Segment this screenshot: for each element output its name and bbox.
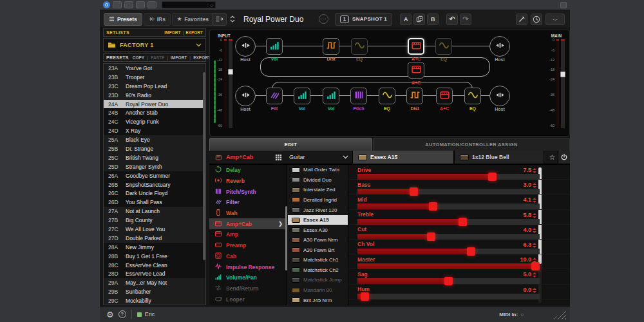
model-item-a30-fawn-nrm[interactable]: A30 Fawn Nrm xyxy=(288,235,348,245)
model-item-essex-a30[interactable]: Essex A30 xyxy=(288,225,348,235)
tempo-button[interactable] xyxy=(531,14,542,25)
tab-edit[interactable]: EDIT xyxy=(209,138,372,151)
param-stepper[interactable] xyxy=(533,228,536,233)
presets-import-button[interactable]: IMPORT xyxy=(171,55,187,60)
setlists-import-button[interactable]: IMPORT xyxy=(164,30,180,35)
category-item-preamp[interactable]: Preamp xyxy=(209,240,286,251)
preset-row[interactable]: 25BDr. Strange xyxy=(104,144,205,153)
preset-row[interactable]: 25ABlack Eye xyxy=(104,135,205,144)
param-value[interactable]: 0.0 xyxy=(523,287,531,293)
model-item-mail-order-twin[interactable]: Mail Order Twin xyxy=(288,165,348,175)
chain-block-ac[interactable] xyxy=(408,38,424,55)
model-item-matchstick-ch1[interactable]: Matchstick Ch1 xyxy=(288,255,348,265)
category-item-cab[interactable]: Cab xyxy=(209,251,286,262)
preset-row[interactable]: 23D90's Radio xyxy=(104,91,205,100)
preset-row[interactable]: 24DX Ray xyxy=(104,126,205,135)
preset-up-down-control[interactable] xyxy=(230,15,235,23)
host-io-node[interactable] xyxy=(489,36,510,57)
param-slider-track[interactable] xyxy=(357,263,540,269)
tab-presets[interactable]: Presets xyxy=(104,13,142,26)
param-value[interactable]: 5.8 xyxy=(523,212,531,218)
host-menu-icon[interactable] xyxy=(560,2,567,8)
cab-model-tab[interactable]: 1x12 Blue Bell xyxy=(454,151,544,164)
param-slider-track[interactable] xyxy=(357,189,540,194)
tab-irs[interactable]: IRs xyxy=(144,13,171,26)
settings-gear-button[interactable]: ⚙ xyxy=(106,310,114,319)
presets-copy-button[interactable]: COPY xyxy=(133,55,144,60)
param-stepper[interactable] xyxy=(533,288,536,293)
param-value[interactable]: 10.0 xyxy=(520,256,531,263)
host-plugin-icon[interactable] xyxy=(103,1,110,8)
preset-row[interactable]: 28ANew Jimmy xyxy=(104,243,205,252)
setlist-selector[interactable]: FACTORY 1 xyxy=(103,38,206,52)
chain-block-pitch[interactable] xyxy=(350,88,367,104)
preset-row[interactable]: 23BTrooper xyxy=(104,73,205,82)
tuner-button[interactable] xyxy=(516,14,527,25)
chain-block-eq[interactable] xyxy=(435,38,452,55)
compare-a-button[interactable]: A xyxy=(400,14,412,25)
preset-row[interactable]: 24BAnother Stab xyxy=(104,108,205,117)
chain-block-eq[interactable] xyxy=(379,88,395,104)
compare-b-button[interactable]: B xyxy=(427,14,439,25)
model-grid-view-button[interactable] xyxy=(275,151,282,164)
redo-button[interactable]: ↷ xyxy=(460,14,471,25)
host-toolbar-button-1[interactable] xyxy=(113,1,122,8)
meter-fader-handle[interactable] xyxy=(228,69,233,75)
preset-menu-button[interactable]: ··· xyxy=(319,14,328,24)
preset-row[interactable]: 25CBritish Twang xyxy=(104,153,205,162)
param-value[interactable]: 4.0 xyxy=(523,227,531,233)
chain-block-filt[interactable] xyxy=(266,88,283,104)
model-item-jazz-rivet-120[interactable]: Jazz Rivet 120 xyxy=(288,205,348,215)
param-stepper[interactable] xyxy=(533,183,536,188)
chain-block-ac[interactable] xyxy=(436,88,453,104)
param-slider-track[interactable] xyxy=(357,294,540,299)
param-slider-track[interactable] xyxy=(357,204,540,209)
param-stepper[interactable] xyxy=(533,213,536,218)
param-value[interactable]: 7.5 xyxy=(523,167,531,173)
chain-block-vol[interactable] xyxy=(323,88,339,104)
chain-block-vol[interactable] xyxy=(266,38,283,55)
preset-row[interactable]: 27BBig County xyxy=(104,216,205,225)
host-program-field[interactable]: ∶◇ xyxy=(162,1,216,8)
category-item-volume-pan[interactable]: Volume/Pan xyxy=(209,272,286,283)
preset-row[interactable]: 26DYou Shall Pass xyxy=(104,198,205,207)
model-item-essex-a15[interactable]: Essex A15 xyxy=(288,215,348,225)
chain-block-eq[interactable] xyxy=(351,38,368,55)
chain-block-ac[interactable] xyxy=(408,62,424,79)
param-slider-track[interactable] xyxy=(357,219,540,225)
preset-list-scrollbar[interactable] xyxy=(203,72,205,260)
model-item-divided-duo[interactable]: Divided Duo xyxy=(288,175,348,185)
model-item-brit-j45-nrm[interactable]: Brit J45 Nrm xyxy=(288,295,348,305)
category-item-amp[interactable]: Amp xyxy=(209,229,286,240)
tap-tempo-display[interactable]: -.- xyxy=(545,14,565,25)
param-value[interactable]: 3.0 xyxy=(523,182,531,188)
model-item-interstate-zed[interactable]: Interstate Zed xyxy=(288,185,348,195)
param-stepper[interactable] xyxy=(533,168,536,173)
param-slider-track[interactable] xyxy=(357,278,540,284)
category-item-reverb[interactable]: Reverb xyxy=(209,176,286,187)
preset-row[interactable]: 28BBuy 1 Get 1 Free xyxy=(104,252,205,261)
preset-row[interactable]: 23AYou've Got xyxy=(104,64,205,73)
preset-row[interactable]: 24CVicegrip Funk xyxy=(104,117,205,126)
model-item-matchstick-ch2[interactable]: Matchstick Ch2 xyxy=(288,265,348,276)
recall-button[interactable] xyxy=(212,13,227,26)
chain-block-vol[interactable] xyxy=(294,88,310,104)
model-item-mandarin-80[interactable]: Mandarin 80 xyxy=(288,285,348,296)
help-button[interactable]: ? xyxy=(118,310,126,318)
chain-block-dist[interactable] xyxy=(406,88,423,104)
host-io-node[interactable] xyxy=(489,86,510,106)
preset-row[interactable]: 29AMay...er May Not xyxy=(104,278,205,287)
host-io-node[interactable] xyxy=(235,86,256,106)
tab-favorites[interactable]: ★ Favorites xyxy=(172,13,214,26)
category-item-delay[interactable]: Delay xyxy=(209,165,286,176)
param-slider-thumb[interactable] xyxy=(361,292,369,301)
host-toolbar-button-4[interactable] xyxy=(147,1,156,8)
preset-row[interactable]: 28CEssArrVee Clean xyxy=(104,261,205,270)
chain-block-eq[interactable] xyxy=(464,88,481,104)
param-stepper[interactable] xyxy=(533,272,536,278)
category-item-send-return[interactable]: Send/Return xyxy=(209,283,286,294)
preset-row[interactable]: 29CMockabilly xyxy=(104,296,205,305)
preset-row[interactable]: 29BSunbather xyxy=(104,287,205,296)
host-toolbar-button-2[interactable] xyxy=(124,1,133,8)
preset-row[interactable]: 26BSnpshotSanctuary xyxy=(104,180,205,189)
